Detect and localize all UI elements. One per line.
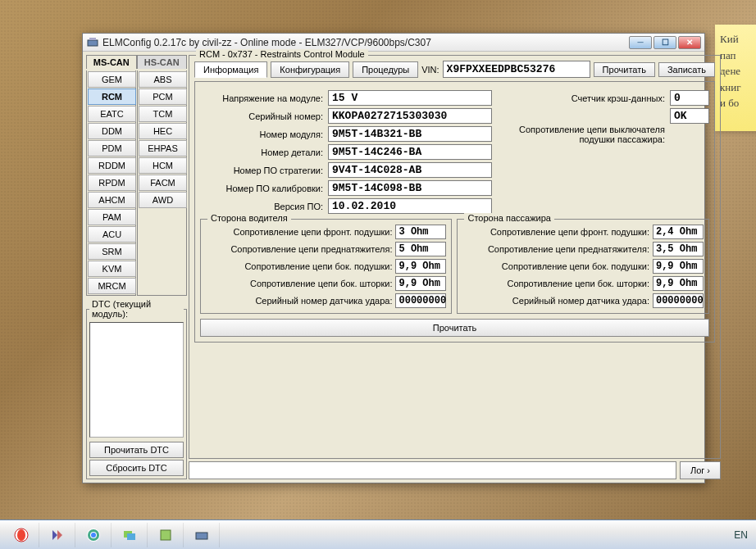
taskbar[interactable]: EN <box>0 520 756 549</box>
label-crash: Счетчик крэш-данных: <box>497 93 665 103</box>
label-airbag-res: Сопротивление цепи выключателя подушки п… <box>497 125 665 144</box>
label-swver: Версия ПО: <box>200 202 323 211</box>
tab-config[interactable]: Конфигурация <box>271 61 349 78</box>
value-serial: KKOPA0272715303030 <box>328 108 492 124</box>
module-ahcm[interactable]: AHCM <box>88 192 136 208</box>
module-ehpas[interactable]: EHPAS <box>139 140 187 157</box>
tab-ms-can[interactable]: MS-CAN <box>86 55 137 69</box>
module-list-right: ABSPCMTCMHECEHPASHCMFACMAWD <box>137 70 187 296</box>
module-rddm[interactable]: RDDM <box>88 157 136 174</box>
svg-rect-0 <box>88 40 98 46</box>
module-ddm[interactable]: DDM <box>88 123 136 139</box>
titlebar[interactable]: ELMConfig 0.2.17c by civil-zz - Online m… <box>83 34 704 52</box>
module-acu[interactable]: ACU <box>88 226 136 243</box>
module-hec[interactable]: HEC <box>139 123 187 139</box>
svg-rect-1 <box>89 38 96 40</box>
p-pret-lbl: Сопротивление цепи преднатяжителя: <box>462 244 649 254</box>
window-title: ELMConfig 0.2.17c by civil-zz - Online m… <box>102 37 629 48</box>
d-side-lbl: Сопротивление цепи бок. подушки: <box>206 261 392 271</box>
p-curt-val: 9,9 Ohm <box>653 276 704 291</box>
dtc-list[interactable] <box>89 322 184 438</box>
p-sens-val: 00000000 <box>653 293 704 308</box>
module-list-left: GEMRCMEATCDDMPDMRDDMRPDMAHCMPAMACUSRMKVM… <box>86 70 136 296</box>
vin-label: VIN: <box>421 65 439 75</box>
driver-legend: Сторона водителя <box>207 213 291 223</box>
label-calnum: Номер ПО калибровки: <box>200 184 323 193</box>
d-front-val: 3 Ohm <box>395 225 446 239</box>
module-kvm[interactable]: KVM <box>88 261 136 277</box>
taskbar-elmconfig-icon[interactable] <box>184 523 220 547</box>
close-button[interactable]: ✕ <box>678 36 701 49</box>
d-curt-lbl: Сопротивление цепи бок. шторки: <box>206 279 392 288</box>
module-pdm[interactable]: PDM <box>88 140 136 157</box>
d-sens-lbl: Серийный номер датчика удара: <box>206 296 392 306</box>
module-hcm[interactable]: HCM <box>139 157 187 174</box>
module-abs[interactable]: ABS <box>139 71 187 88</box>
module-facm[interactable]: FACM <box>139 175 187 191</box>
svg-rect-13 <box>196 533 207 539</box>
value-voltage: 15 V <box>328 90 492 106</box>
d-pret-lbl: Сопротивление цепи преднатяжителя: <box>206 244 392 254</box>
p-side-val: 9,9 Ohm <box>653 259 704 274</box>
write-button[interactable]: Записать <box>658 62 715 77</box>
read-all-button[interactable]: Прочитать <box>200 319 709 337</box>
module-pam[interactable]: PAM <box>88 209 136 225</box>
taskbar-media-icon[interactable] <box>39 523 75 547</box>
p-front-val: 2,4 Ohm <box>653 225 704 239</box>
p-curt-lbl: Сопротивление цепи бок. шторки: <box>462 279 649 288</box>
d-curt-val: 9,9 Ohm <box>395 276 446 291</box>
svg-point-3 <box>17 529 25 541</box>
reset-dtc-button[interactable]: Сбросить DTC <box>89 460 184 476</box>
module-eatc[interactable]: EATC <box>88 106 136 122</box>
label-partnum: Номер детали: <box>200 147 323 157</box>
svg-marker-4 <box>52 530 57 540</box>
value-calnum: 9M5T-14C098-BB <box>328 180 492 196</box>
log-output[interactable] <box>189 461 676 479</box>
label-modnum: Номер модуля: <box>200 129 323 139</box>
dtc-legend: DTC (текущий модуль): <box>89 299 184 319</box>
module-mrcm[interactable]: MRCM <box>88 278 136 294</box>
chevron-right-icon: › <box>707 465 710 475</box>
d-pret-val: 5 Ohm <box>395 242 446 256</box>
d-sens-val: 00000000 <box>395 293 446 308</box>
module-pcm[interactable]: PCM <box>139 88 187 105</box>
taskbar-app1-icon[interactable] <box>148 523 184 547</box>
taskbar-language[interactable]: EN <box>734 529 753 541</box>
svg-marker-5 <box>57 530 62 540</box>
tab-info[interactable]: Информация <box>194 61 267 78</box>
vin-input[interactable] <box>443 61 590 78</box>
tab-procedures[interactable]: Процедуры <box>353 61 418 78</box>
p-front-lbl: Сопротивление цепи фронт. подушки: <box>462 227 649 237</box>
svg-rect-12 <box>161 530 171 540</box>
rcm-legend: RCM - 0x737 - Restraints Control Module <box>196 49 368 59</box>
maximize-button[interactable]: ☐ <box>654 36 676 49</box>
p-sens-lbl: Серийный номер датчика удара: <box>462 296 649 306</box>
taskbar-chrome-icon[interactable] <box>75 523 112 547</box>
tab-hs-can[interactable]: HS-CAN <box>137 55 188 69</box>
module-srm[interactable]: SRM <box>88 243 136 260</box>
module-rcm[interactable]: RCM <box>88 88 136 105</box>
app-icon <box>86 36 99 49</box>
read-dtc-button[interactable]: Прочитать DTC <box>89 442 184 458</box>
minimize-button[interactable]: ─ <box>629 36 652 49</box>
taskbar-files-icon[interactable] <box>112 523 148 547</box>
sticky-note: Кий пап дене книг и бо <box>715 25 756 131</box>
svg-rect-11 <box>127 533 135 540</box>
module-tcm[interactable]: TCM <box>139 106 187 122</box>
log-button[interactable]: Лог › <box>680 461 721 479</box>
label-stratnum: Номер ПО стратегии: <box>200 166 323 175</box>
taskbar-opera-icon[interactable] <box>3 523 39 547</box>
value-partnum: 9M5T-14C246-BA <box>328 144 492 160</box>
svg-point-9 <box>91 533 96 538</box>
d-side-val: 9,9 Ohm <box>395 259 446 274</box>
passenger-legend: Сторона пассажира <box>464 213 553 223</box>
app-window: ELMConfig 0.2.17c by civil-zz - Online m… <box>82 33 705 483</box>
value-airbag-res: OK <box>670 108 709 124</box>
p-pret-val: 3,5 Ohm <box>653 242 704 256</box>
module-gem[interactable]: GEM <box>88 71 136 88</box>
d-front-lbl: Сопротивление цепи фронт. подушки: <box>206 227 392 237</box>
module-rpdm[interactable]: RPDM <box>88 175 136 191</box>
label-serial: Серийный номер: <box>200 111 323 121</box>
module-awd[interactable]: AWD <box>139 192 187 208</box>
read-button[interactable]: Прочитать <box>594 62 655 77</box>
